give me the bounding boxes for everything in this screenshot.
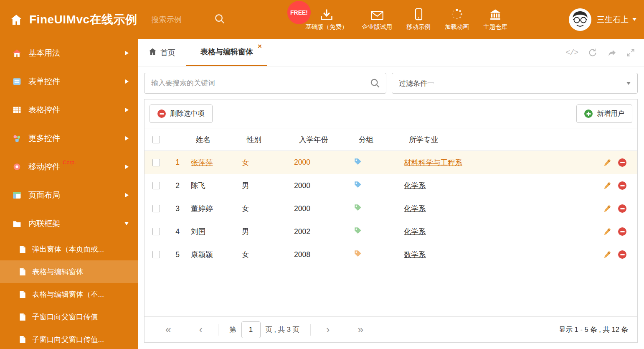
- row-number: 3: [167, 204, 188, 213]
- row-checkbox[interactable]: [152, 205, 160, 212]
- row-checkbox[interactable]: [152, 182, 160, 189]
- close-icon[interactable]: ×: [258, 43, 262, 50]
- chevron-right-icon: [125, 136, 129, 140]
- delete-icon[interactable]: [618, 158, 626, 167]
- table-row[interactable]: 3 董婷婷 女 2000 化学系: [145, 197, 637, 220]
- record-summary: 显示 1 - 5 条 , 共 12 条: [559, 325, 628, 334]
- download-icon: [320, 8, 333, 20]
- delete-selected-label: 删除选中项: [170, 109, 205, 118]
- table-empty-area: [145, 266, 637, 316]
- chevron-down-icon: [124, 222, 129, 225]
- minus-circle-icon: [157, 110, 166, 118]
- page-number-input[interactable]: [241, 321, 261, 338]
- file-icon: [19, 336, 27, 344]
- keyword-search-box: [144, 73, 386, 94]
- tab-grid-edit-window[interactable]: 表格与编辑窗体 ×: [186, 39, 267, 66]
- divider: [218, 324, 218, 336]
- sidebar-subitem-popup-window[interactable]: 弹出窗体（本页面或...: [0, 238, 138, 260]
- tab-active-label: 表格与编辑窗体: [200, 47, 253, 57]
- edit-icon[interactable]: [603, 181, 611, 190]
- student-name[interactable]: 张萍萍: [191, 158, 213, 167]
- sidebar-subitem-grid-edit-window[interactable]: 表格与编辑窗体: [0, 260, 138, 283]
- edit-icon[interactable]: [603, 227, 611, 236]
- add-user-button[interactable]: 新增用户: [576, 104, 632, 123]
- select-all-checkbox[interactable]: [152, 136, 160, 143]
- page-suffix-label: 页 , 共 3 页: [266, 325, 300, 334]
- header-search[interactable]: 搜索示例: [152, 13, 225, 26]
- student-name[interactable]: 董婷婷: [191, 204, 213, 213]
- layout-icon: [13, 191, 22, 199]
- grid-panel: 删除选中项 新增用户 姓名 性别 入学年份 分组 所学专业: [144, 99, 638, 343]
- sidebar-subitem-grid-edit-window-2[interactable]: 表格与编辑窗体（不...: [0, 283, 138, 306]
- first-page-button[interactable]: «: [162, 324, 175, 335]
- major-link[interactable]: 数学系: [404, 250, 426, 259]
- edit-icon[interactable]: [603, 204, 611, 213]
- sidebar-subitem-child-to-parent-2[interactable]: 子窗口向父窗口传值...: [0, 328, 138, 349]
- row-checkbox[interactable]: [152, 251, 160, 258]
- user-menu[interactable]: 三生石上: [597, 14, 636, 25]
- major-link[interactable]: 化学系: [404, 227, 426, 236]
- delete-icon[interactable]: [618, 204, 626, 213]
- table-row[interactable]: 1 张萍萍 女 2000 材料科学与工程系: [145, 151, 637, 174]
- user-avatar[interactable]: [569, 8, 591, 31]
- gender-cell: 女: [238, 250, 291, 260]
- edit-icon[interactable]: [603, 158, 611, 167]
- expand-icon[interactable]: [626, 48, 635, 57]
- sidebar-item-more-controls[interactable]: 更多控件: [0, 124, 138, 153]
- tab-bar: 首页 表格与编辑窗体 × </>: [138, 39, 644, 66]
- nav-label: 加载动画: [445, 23, 469, 31]
- delete-icon[interactable]: [618, 250, 626, 259]
- sidebar-item-mobile-controls[interactable]: 移动控件 Corp.: [0, 153, 138, 181]
- grid-toolbar: 删除选中项 新增用户: [145, 99, 637, 128]
- header-user-area: 三生石上: [569, 0, 636, 39]
- major-link[interactable]: 化学系: [404, 181, 426, 190]
- house-icon: [13, 49, 22, 57]
- table-row[interactable]: 2 陈飞 男 2000 化学系: [145, 174, 637, 197]
- edit-icon[interactable]: [603, 250, 611, 259]
- nav-label: 基础版（免费）: [305, 23, 348, 31]
- nav-label: 移动示例: [406, 23, 431, 31]
- filter-dropdown[interactable]: 过滤条件一: [392, 73, 638, 94]
- delete-icon[interactable]: [618, 227, 626, 236]
- content-area: 过滤条件一 删除选中项 新增用户: [138, 67, 644, 349]
- sidebar-item-grid-controls[interactable]: 表格控件: [0, 96, 138, 124]
- student-name[interactable]: 陈飞: [191, 181, 205, 190]
- nav-item-loading-animation[interactable]: 加载动画: [438, 0, 476, 39]
- code-icon[interactable]: </>: [566, 48, 578, 57]
- sidebar-item-page-layout[interactable]: 页面布局: [0, 181, 138, 209]
- home-logo-icon[interactable]: [10, 14, 23, 25]
- student-name[interactable]: 康颖颖: [191, 250, 213, 259]
- sidebar-item-label: 基本用法: [28, 48, 60, 59]
- nav-item-mobile-demo[interactable]: 移动示例: [399, 0, 438, 39]
- table-row[interactable]: 5 康颖颖 女 2008 数学系: [145, 243, 637, 266]
- row-checkbox[interactable]: [152, 159, 160, 166]
- table-row[interactable]: 4 刘国 男 2002 化学系: [145, 220, 637, 243]
- major-link[interactable]: 材料科学与工程系: [404, 158, 462, 167]
- last-page-button[interactable]: »: [354, 324, 367, 335]
- student-name[interactable]: 刘国: [191, 227, 205, 236]
- plus-circle-icon: [584, 110, 593, 118]
- nav-item-enterprise-trial[interactable]: 企业版试用: [355, 0, 400, 39]
- sidebar-item-label: 表单控件: [28, 76, 60, 87]
- share-icon[interactable]: [607, 48, 616, 57]
- keyword-search-input[interactable]: [145, 73, 386, 93]
- delete-selected-button[interactable]: 删除选中项: [150, 104, 213, 123]
- group-tag-icon: [354, 158, 362, 166]
- spinner-icon: [451, 8, 463, 20]
- chevron-down-icon: [626, 82, 631, 85]
- refresh-icon[interactable]: [588, 48, 597, 57]
- sidebar-subitem-child-to-parent[interactable]: 子窗口向父窗口传值: [0, 306, 138, 328]
- chevron-right-icon: [125, 193, 129, 197]
- prev-page-button[interactable]: ‹: [195, 324, 207, 335]
- tab-home[interactable]: 首页: [138, 39, 186, 66]
- delete-icon[interactable]: [618, 181, 626, 190]
- sidebar-item-basic-usage[interactable]: 基本用法: [0, 39, 138, 67]
- sidebar-item-iframe[interactable]: 内联框架: [0, 209, 138, 238]
- nav-item-theme-repo[interactable]: 主题仓库: [476, 0, 515, 39]
- search-icon[interactable]: [370, 78, 380, 88]
- row-checkbox[interactable]: [152, 228, 160, 235]
- major-link[interactable]: 化学系: [404, 204, 426, 213]
- next-page-button[interactable]: ›: [322, 324, 334, 335]
- sidebar-item-label: 更多控件: [28, 133, 60, 144]
- sidebar-item-form-controls[interactable]: 表单控件: [0, 67, 138, 96]
